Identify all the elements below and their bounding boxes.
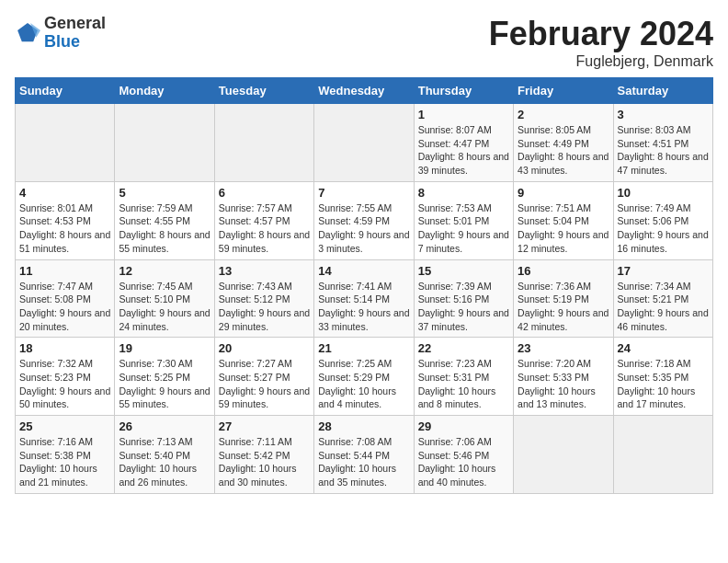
day-info: Sunrise: 7:41 AMSunset: 5:14 PMDaylight:… bbox=[318, 280, 409, 334]
calendar-cell: 21Sunrise: 7:25 AMSunset: 5:29 PMDayligh… bbox=[314, 338, 414, 416]
day-info: Sunrise: 7:32 AMSunset: 5:23 PMDaylight:… bbox=[19, 357, 110, 411]
day-number: 19 bbox=[119, 341, 210, 355]
day-info: Sunrise: 7:30 AMSunset: 5:25 PMDaylight:… bbox=[119, 357, 210, 411]
day-info: Sunrise: 7:16 AMSunset: 5:38 PMDaylight:… bbox=[19, 435, 110, 489]
calendar-cell: 1Sunrise: 8:07 AMSunset: 4:47 PMDaylight… bbox=[414, 104, 513, 182]
calendar-cell: 3Sunrise: 8:03 AMSunset: 4:51 PMDaylight… bbox=[613, 104, 712, 182]
day-info: Sunrise: 7:43 AMSunset: 5:12 PMDaylight:… bbox=[219, 280, 310, 334]
calendar-cell: 6Sunrise: 7:57 AMSunset: 4:57 PMDaylight… bbox=[214, 181, 313, 259]
day-number: 14 bbox=[318, 264, 409, 278]
calendar-cell: 23Sunrise: 7:20 AMSunset: 5:33 PMDayligh… bbox=[514, 338, 613, 416]
calendar-cell: 22Sunrise: 7:23 AMSunset: 5:31 PMDayligh… bbox=[414, 338, 513, 416]
day-info: Sunrise: 7:25 AMSunset: 5:29 PMDaylight:… bbox=[318, 357, 409, 411]
day-info: Sunrise: 7:13 AMSunset: 5:40 PMDaylight:… bbox=[119, 435, 210, 489]
calendar-cell: 10Sunrise: 7:49 AMSunset: 5:06 PMDayligh… bbox=[613, 181, 712, 259]
calendar-cell: 24Sunrise: 7:18 AMSunset: 5:35 PMDayligh… bbox=[613, 338, 712, 416]
day-info: Sunrise: 7:36 AMSunset: 5:19 PMDaylight:… bbox=[518, 280, 609, 334]
day-number: 18 bbox=[19, 341, 110, 355]
day-info: Sunrise: 7:08 AMSunset: 5:44 PMDaylight:… bbox=[318, 435, 409, 489]
calendar-cell: 11Sunrise: 7:47 AMSunset: 5:08 PMDayligh… bbox=[16, 259, 115, 338]
day-number: 29 bbox=[418, 419, 509, 433]
day-number: 7 bbox=[318, 186, 409, 200]
day-info: Sunrise: 7:18 AMSunset: 5:35 PMDaylight:… bbox=[618, 357, 709, 411]
calendar-cell: 15Sunrise: 7:39 AMSunset: 5:16 PMDayligh… bbox=[414, 259, 513, 338]
calendar-cell: 9Sunrise: 7:51 AMSunset: 5:04 PMDaylight… bbox=[514, 181, 613, 259]
day-number: 8 bbox=[418, 186, 509, 200]
day-number: 10 bbox=[618, 186, 709, 200]
calendar-cell: 4Sunrise: 8:01 AMSunset: 4:53 PMDaylight… bbox=[16, 181, 115, 259]
day-number: 1 bbox=[418, 108, 509, 121]
day-number: 20 bbox=[219, 341, 310, 355]
weekday-header: Monday bbox=[115, 78, 214, 104]
weekday-header: Wednesday bbox=[314, 78, 414, 104]
day-number: 2 bbox=[518, 108, 609, 121]
calendar-week-row: 18Sunrise: 7:32 AMSunset: 5:23 PMDayligh… bbox=[16, 338, 713, 416]
weekday-header: Thursday bbox=[414, 78, 513, 104]
calendar-cell: 19Sunrise: 7:30 AMSunset: 5:25 PMDayligh… bbox=[115, 338, 214, 416]
day-info: Sunrise: 7:59 AMSunset: 4:55 PMDaylight:… bbox=[119, 201, 210, 256]
day-number: 11 bbox=[19, 264, 110, 278]
logo-text: General Blue bbox=[44, 15, 106, 52]
calendar-week-row: 25Sunrise: 7:16 AMSunset: 5:38 PMDayligh… bbox=[16, 416, 713, 494]
calendar-cell: 8Sunrise: 7:53 AMSunset: 5:01 PMDaylight… bbox=[414, 181, 513, 259]
day-number: 3 bbox=[618, 108, 709, 121]
day-info: Sunrise: 7:57 AMSunset: 4:57 PMDaylight:… bbox=[219, 201, 310, 256]
day-number: 27 bbox=[219, 419, 310, 433]
title-section: February 2024 Fuglebjerg, Denmark bbox=[489, 15, 713, 70]
day-number: 21 bbox=[318, 341, 409, 355]
day-number: 15 bbox=[418, 264, 509, 278]
logo-icon bbox=[15, 20, 40, 46]
day-info: Sunrise: 7:45 AMSunset: 5:10 PMDaylight:… bbox=[119, 280, 210, 334]
day-number: 17 bbox=[618, 264, 709, 278]
main-title: February 2024 bbox=[489, 15, 713, 53]
day-number: 22 bbox=[418, 341, 509, 355]
day-info: Sunrise: 7:47 AMSunset: 5:08 PMDaylight:… bbox=[19, 280, 110, 334]
day-number: 16 bbox=[518, 264, 609, 278]
calendar-cell bbox=[115, 104, 214, 182]
weekday-header: Friday bbox=[514, 78, 613, 104]
day-info: Sunrise: 8:01 AMSunset: 4:53 PMDaylight:… bbox=[19, 201, 110, 256]
day-number: 6 bbox=[219, 186, 310, 200]
calendar-cell: 27Sunrise: 7:11 AMSunset: 5:42 PMDayligh… bbox=[214, 416, 313, 494]
calendar-cell: 18Sunrise: 7:32 AMSunset: 5:23 PMDayligh… bbox=[16, 338, 115, 416]
day-info: Sunrise: 8:07 AMSunset: 4:47 PMDaylight:… bbox=[418, 123, 509, 178]
calendar-cell: 13Sunrise: 7:43 AMSunset: 5:12 PMDayligh… bbox=[214, 259, 313, 338]
logo-blue: Blue bbox=[44, 32, 80, 51]
day-info: Sunrise: 7:06 AMSunset: 5:46 PMDaylight:… bbox=[418, 435, 509, 489]
weekday-header-row: SundayMondayTuesdayWednesdayThursdayFrid… bbox=[16, 78, 713, 104]
logo: General Blue bbox=[15, 15, 106, 52]
calendar-week-row: 4Sunrise: 8:01 AMSunset: 4:53 PMDaylight… bbox=[16, 181, 713, 259]
day-number: 24 bbox=[618, 341, 709, 355]
day-info: Sunrise: 7:20 AMSunset: 5:33 PMDaylight:… bbox=[518, 357, 609, 411]
day-number: 13 bbox=[219, 264, 310, 278]
day-info: Sunrise: 7:39 AMSunset: 5:16 PMDaylight:… bbox=[418, 280, 509, 334]
day-number: 28 bbox=[318, 419, 409, 433]
weekday-header: Tuesday bbox=[214, 78, 313, 104]
page-header: General Blue February 2024 Fuglebjerg, D… bbox=[15, 15, 713, 70]
day-info: Sunrise: 7:49 AMSunset: 5:06 PMDaylight:… bbox=[618, 201, 709, 256]
logo-general: General bbox=[44, 14, 106, 32]
weekday-header: Saturday bbox=[613, 78, 712, 104]
calendar-cell bbox=[16, 104, 115, 182]
subtitle: Fuglebjerg, Denmark bbox=[489, 53, 713, 70]
calendar-cell: 5Sunrise: 7:59 AMSunset: 4:55 PMDaylight… bbox=[115, 181, 214, 259]
day-number: 25 bbox=[19, 419, 110, 433]
day-number: 4 bbox=[19, 186, 110, 200]
calendar-cell: 2Sunrise: 8:05 AMSunset: 4:49 PMDaylight… bbox=[514, 104, 613, 182]
day-info: Sunrise: 7:53 AMSunset: 5:01 PMDaylight:… bbox=[418, 201, 509, 256]
calendar-cell: 14Sunrise: 7:41 AMSunset: 5:14 PMDayligh… bbox=[314, 259, 414, 338]
calendar-cell: 29Sunrise: 7:06 AMSunset: 5:46 PMDayligh… bbox=[414, 416, 513, 494]
calendar-cell: 7Sunrise: 7:55 AMSunset: 4:59 PMDaylight… bbox=[314, 181, 414, 259]
calendar-cell bbox=[214, 104, 313, 182]
day-number: 5 bbox=[119, 186, 210, 200]
calendar-cell bbox=[514, 416, 613, 494]
calendar-cell bbox=[613, 416, 712, 494]
calendar-cell: 25Sunrise: 7:16 AMSunset: 5:38 PMDayligh… bbox=[16, 416, 115, 494]
day-info: Sunrise: 7:23 AMSunset: 5:31 PMDaylight:… bbox=[418, 357, 509, 411]
day-number: 23 bbox=[518, 341, 609, 355]
day-info: Sunrise: 8:05 AMSunset: 4:49 PMDaylight:… bbox=[518, 123, 609, 178]
calendar-cell: 20Sunrise: 7:27 AMSunset: 5:27 PMDayligh… bbox=[214, 338, 313, 416]
day-info: Sunrise: 7:27 AMSunset: 5:27 PMDaylight:… bbox=[219, 357, 310, 411]
day-number: 26 bbox=[119, 419, 210, 433]
day-info: Sunrise: 7:51 AMSunset: 5:04 PMDaylight:… bbox=[518, 201, 609, 256]
